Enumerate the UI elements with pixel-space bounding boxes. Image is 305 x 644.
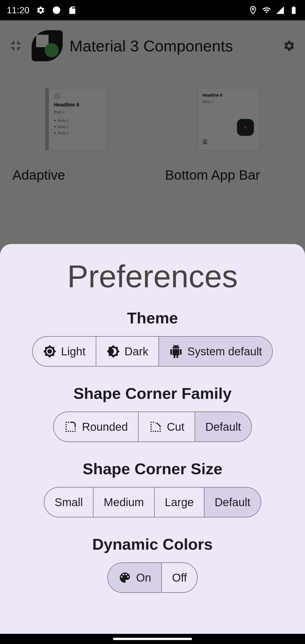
card-label: Bottom App Bar [158,167,260,183]
preferences-sheet: Preferences Theme Light Dark System defa… [0,244,305,634]
brightness-icon [43,345,56,358]
gear-icon [36,6,45,15]
android-icon [169,345,183,358]
card-label: Adaptive [6,167,65,183]
nav-bar [0,634,305,644]
segment-label: Dark [125,345,148,358]
segment-label: Large [165,496,194,509]
shape-default-button[interactable]: Default [195,412,251,441]
size-large-button[interactable]: Large [155,488,204,517]
palette-icon [118,571,132,584]
theme-dark-button[interactable]: Dark [96,337,159,366]
wifi-icon [262,6,271,15]
location-icon [249,6,258,15]
dark-mode-icon [106,345,120,358]
sheet-title: Preferences [67,258,238,295]
svg-point-0 [53,6,60,14]
rounded-corner-icon [64,420,77,434]
shape-cut-button[interactable]: Cut [139,412,195,441]
section-title: Shape Corner Family [73,384,232,402]
section-title: Shape Corner Size [83,460,223,478]
battery-icon [289,6,298,15]
collapse-icon [7,37,25,55]
card-preview: Headline 6 Body 2 ♥ ☰ [198,88,260,150]
segment-label: Rounded [82,421,128,433]
circle-icon [52,6,61,15]
section-theme: Theme Light Dark System default [11,309,294,367]
shape-family-segmented: Rounded Cut Default [53,412,252,442]
size-small-button[interactable]: Small [44,488,93,517]
cell-icon [276,6,285,15]
segment-label: Default [215,496,250,509]
theme-system-button[interactable]: System default [159,337,272,366]
theme-segmented: Light Dark System default [32,336,273,367]
shape-rounded-button[interactable]: Rounded [54,412,138,441]
segment-label: On [136,571,151,584]
section-shape-family: Shape Corner Family Rounded Cut Default [11,384,294,442]
app-title: Material 3 Components [69,37,273,55]
section-title: Theme [127,309,178,327]
segment-label: Light [61,345,86,358]
app-logo [32,30,63,61]
menu-icon: ☰ [202,139,208,145]
segment-label: Off [172,571,187,584]
size-default-button[interactable]: Default [204,488,261,517]
section-title: Dynamic Colors [92,535,213,553]
svg-point-1 [252,8,254,10]
dynamic-on-button[interactable]: On [108,563,162,592]
section-dynamic-colors: Dynamic Colors On Off [11,535,294,593]
settings-icon [280,37,298,55]
app-bar: Material 3 Components [0,20,305,71]
segment-label: Small [55,496,83,509]
grid-card-adaptive: Headline 6 Body 2 ♥ Body 2 ♥ Body 2 ♥ Bo… [0,82,153,188]
size-medium-button[interactable]: Medium [93,488,154,517]
dynamic-off-button[interactable]: Off [162,563,197,592]
grid-card-bottom-app-bar: Headline 6 Body 2 ♥ ☰ Bottom App Bar [153,82,305,188]
status-time: 11:20 [7,5,29,16]
segment-label: Medium [104,496,144,509]
fab-icon: ♥ [237,119,254,136]
sd-icon [68,6,77,15]
card-preview: Headline 6 Body 2 ♥ Body 2 ♥ Body 2 ♥ Bo… [45,88,107,150]
segment-label: System default [187,345,262,358]
dynamic-colors-segmented: On Off [107,562,198,593]
theme-light-button[interactable]: Light [33,337,96,366]
segment-label: Cut [167,421,184,433]
nav-handle[interactable] [113,638,192,640]
cut-corner-icon [149,420,162,434]
section-shape-size: Shape Corner Size Small Medium Large Def… [11,460,294,517]
segment-label: Default [205,421,241,433]
status-bar: 11:20 [0,0,305,20]
shape-size-segmented: Small Medium Large Default [44,487,261,517]
